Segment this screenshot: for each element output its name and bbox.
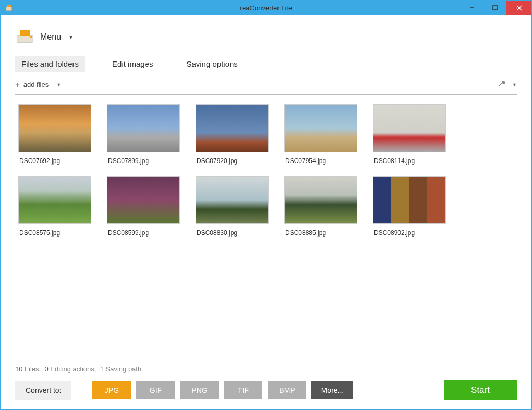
printer-icon bbox=[15, 28, 35, 46]
thumbnail-image bbox=[373, 104, 446, 152]
format-bmp-button[interactable]: BMP bbox=[268, 381, 306, 399]
thumbnail-grid: DSC07692.jpgDSC07899.jpgDSC07920.jpgDSC0… bbox=[15, 104, 517, 237]
thumbnail-item[interactable]: DSC08114.jpg bbox=[373, 104, 446, 165]
tab-edit-images[interactable]: Edit images bbox=[106, 56, 159, 72]
menu-button[interactable]: Menu ▼ bbox=[15, 28, 517, 46]
thumbnail-image bbox=[373, 176, 446, 224]
thumbnail-image bbox=[18, 176, 91, 224]
thumbnail-caption: DSC07899.jpg bbox=[107, 157, 180, 165]
tab-files-and-folders[interactable]: Files and folders bbox=[15, 56, 85, 72]
svg-rect-3 bbox=[493, 6, 497, 10]
wrench-icon bbox=[497, 79, 506, 90]
chevron-down-icon: ▼ bbox=[512, 82, 517, 88]
thumbnail-item[interactable]: DSC08885.jpg bbox=[284, 176, 357, 237]
thumbnail-caption: DSC08885.jpg bbox=[284, 229, 357, 237]
add-files-label: add files bbox=[23, 81, 49, 89]
thumbnail-image bbox=[107, 176, 180, 224]
format-tif-button[interactable]: TIF bbox=[224, 381, 262, 399]
thumbnail-item[interactable]: DSC08902.jpg bbox=[373, 176, 446, 237]
thumbnail-caption: DSC08830.jpg bbox=[196, 229, 269, 237]
thumbnail-image bbox=[18, 104, 91, 152]
bottom-bar: Convert to: JPGGIFPNGTIFBMPMore... Start bbox=[15, 380, 517, 400]
plus-icon: + bbox=[15, 80, 20, 89]
thumbnail-caption: DSC08114.jpg bbox=[373, 157, 446, 165]
thumbnail-caption: DSC07920.jpg bbox=[196, 157, 269, 165]
thumbnail-item[interactable]: DSC08599.jpg bbox=[107, 176, 180, 237]
thumbnail-image bbox=[196, 176, 269, 224]
svg-point-8 bbox=[30, 36, 32, 38]
thumbnail-caption: DSC08599.jpg bbox=[107, 229, 180, 237]
format-gif-button[interactable]: GIF bbox=[136, 381, 175, 399]
thumbnail-image bbox=[284, 176, 357, 224]
svg-rect-1 bbox=[7, 5, 11, 7]
thumbnail-item[interactable]: DSC07920.jpg bbox=[196, 104, 269, 165]
thumbnail-image bbox=[284, 104, 357, 152]
format-more-button[interactable]: More... bbox=[311, 381, 353, 399]
minimize-button[interactable] bbox=[461, 1, 483, 15]
thumbnail-item[interactable]: DSC07899.jpg bbox=[107, 104, 180, 165]
chevron-down-icon: ▼ bbox=[68, 34, 74, 40]
app-icon bbox=[5, 4, 13, 12]
status-bar: 10 Files, 0 Editing actions, 1 Saving pa… bbox=[15, 365, 517, 380]
tab-saving-options[interactable]: Saving options bbox=[180, 56, 244, 72]
thumbnail-caption: DSC07692.jpg bbox=[18, 157, 91, 165]
svg-rect-7 bbox=[20, 30, 30, 36]
menu-label: Menu bbox=[40, 32, 61, 42]
thumbnail-image bbox=[107, 104, 180, 152]
convert-to-label: Convert to: bbox=[15, 381, 71, 400]
svg-rect-0 bbox=[6, 7, 12, 11]
start-button[interactable]: Start bbox=[444, 380, 517, 400]
thumbnail-caption: DSC08902.jpg bbox=[373, 229, 446, 237]
format-png-button[interactable]: PNG bbox=[180, 381, 219, 399]
titlebar: reaConverter Lite bbox=[1, 1, 531, 15]
chevron-down-icon: ▼ bbox=[56, 82, 61, 88]
thumbnail-item[interactable]: DSC08575.jpg bbox=[18, 176, 91, 237]
settings-button[interactable]: ▼ bbox=[497, 79, 517, 90]
format-jpg-button[interactable]: JPG bbox=[92, 381, 131, 399]
tabs: Files and foldersEdit imagesSaving optio… bbox=[15, 56, 517, 72]
thumbnail-caption: DSC08575.jpg bbox=[18, 229, 91, 237]
add-files-button[interactable]: + add files ▼ bbox=[15, 80, 61, 89]
window-title: reaConverter Lite bbox=[1, 4, 531, 12]
thumbnail-image bbox=[196, 104, 269, 152]
close-button[interactable] bbox=[506, 1, 531, 15]
thumbnail-item[interactable]: DSC08830.jpg bbox=[196, 176, 269, 237]
app-window: reaConverter Lite Menu ▼ Files and folde… bbox=[0, 0, 532, 410]
thumbnail-item[interactable]: DSC07954.jpg bbox=[284, 104, 357, 165]
maximize-button[interactable] bbox=[483, 1, 506, 15]
thumbnail-item[interactable]: DSC07692.jpg bbox=[18, 104, 91, 165]
thumbnail-caption: DSC07954.jpg bbox=[284, 157, 357, 165]
